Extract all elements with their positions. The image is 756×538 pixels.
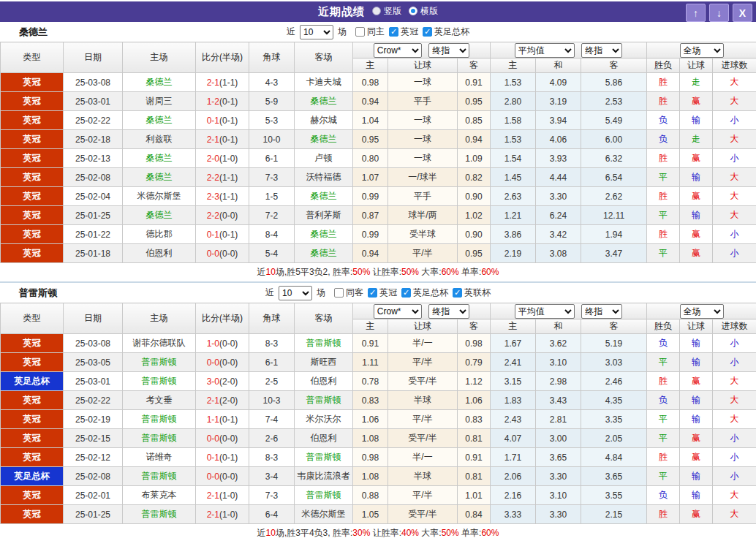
col-header-score: 比分(半场) [196,42,249,73]
result-outcome-cell: 平 [647,244,680,263]
competition-badge: 英冠 [1,149,64,168]
avg-home-cell: 3.86 [491,225,536,244]
home-team-cell: 普雷斯顿 [123,410,196,429]
checkbox-icon[interactable]: ✓ [389,27,398,37]
away-team-cell: 斯旺西 [295,353,353,372]
home-team-cell: 桑德兰 [123,149,196,168]
checkbox-icon[interactable]: ✓ [453,288,462,298]
sections-container: 桑德兰 近 10 场 同主✓英冠✓英足总杯 类型 日期 [0,22,756,538]
date-cell: 25-02-08 [64,168,123,187]
checkbox-icon[interactable] [334,288,344,298]
halftime-score: (1-0) [219,154,238,164]
away-team-cell: 韦康比流浪者 [295,467,353,486]
away-team-cell: 桑德兰 [295,92,353,111]
filter-checkbox-英足总杯[interactable]: ✓英足总杯 [420,26,469,38]
odds-away-cell: 0.90 [458,187,491,206]
col-header-corner: 角球 [249,303,295,334]
result-handicap-cell: 输 [680,467,713,486]
fulltime-score: 1-2 [207,96,219,107]
sub-col-header: 和 [536,319,581,334]
date-cell: 25-02-19 [64,410,123,429]
match-row: 英冠25-03-05普雷斯顿0-0(0-0)6-1斯旺西1.11平/半0.792… [1,353,756,372]
result-goals-cell: 大 [713,486,756,505]
fulltime-score: 0-1 [207,230,219,240]
avg-final-select[interactable]: 终指 [581,43,622,58]
avg-away-cell: 3.47 [581,244,647,263]
competition-badge: 英冠 [1,353,64,372]
score-cell: 0-0(0-0) [196,244,249,263]
competition-badge: 英足总杯 [1,467,64,486]
summary-segment: 60% [442,267,459,277]
summary-segment: 大率: [419,528,442,538]
corner-cell: 7-2 [249,206,295,225]
move-down-button[interactable]: ↓ [709,4,729,22]
result-outcome-cell: 负 [647,111,680,130]
odds-source-select[interactable]: Crow* [374,304,422,319]
away-team-cell: 赫尔城 [295,111,353,130]
result-goals-cell: 小 [713,111,756,130]
match-count-select[interactable]: 10 [279,286,312,300]
avg-home-cell: 2.06 [491,467,536,486]
date-cell: 25-02-12 [64,448,123,467]
avg-home-cell: 1.54 [491,149,536,168]
date-cell: 25-01-25 [64,505,123,524]
col-header-home: 主场 [123,303,196,334]
move-up-button[interactable]: ↑ [686,4,706,22]
away-team-cell: 桑德兰 [295,130,353,149]
radio-icon[interactable] [372,7,381,15]
filter-checkbox-英冠[interactable]: ✓英冠 [386,26,418,38]
avg-away-cell: 2.62 [581,187,647,206]
checkbox-icon[interactable]: ✓ [423,27,432,37]
result-goals-cell: 小 [713,353,756,372]
halftime-score: (0-1) [219,134,238,145]
filter-checkbox-同主[interactable]: 同主 [352,26,385,38]
odds-away-cell: 1.12 [458,372,491,391]
date-cell: 25-03-01 [64,92,123,111]
summary-segment: 让胜率: [370,267,401,277]
filter-checkbox-同客[interactable]: 同客 [331,287,363,299]
filter-checkbox-英足总杯[interactable]: ✓英足总杯 [398,287,448,299]
avg-home-cell: 2.63 [491,187,536,206]
sub-col-header: 胜负 [647,319,680,334]
avg-source-select[interactable]: 平均值 [515,43,575,58]
home-team-cell: 普雷斯顿 [123,353,196,372]
scope-select[interactable]: 全场 [680,43,724,58]
layout-radio-竖版[interactable]: 竖版 [372,5,401,18]
odds-source-select[interactable]: Crow* [374,43,422,58]
odds-final-select[interactable]: 终指 [428,43,469,58]
corner-cell: 6-1 [249,149,295,168]
page-title: 近期战绩 [318,5,365,19]
corner-cell: 3-4 [249,467,295,486]
sub-col-header: 让球 [388,319,458,334]
summary-segment: 40% [401,528,419,538]
result-outcome-cell: 平 [647,206,680,225]
layout-radio-横版[interactable]: 横版 [409,5,438,18]
filter-checkbox-英冠[interactable]: ✓英冠 [365,287,397,299]
radio-icon[interactable] [409,7,417,15]
odds-away-cell: 1.01 [458,486,491,505]
odds-home-cell: 0.87 [353,206,388,225]
match-row: 英冠25-02-13桑德兰2-0(1-0)6-1卢顿0.80一球1.091.54… [1,149,756,168]
avg-final-select[interactable]: 终指 [581,304,622,319]
checkbox-icon[interactable] [355,27,365,37]
odds-home-cell: 1.11 [353,353,388,372]
match-count-select[interactable]: 10 [300,25,333,39]
odds-home-cell: 1.08 [353,429,388,448]
halftime-score: (0-1) [219,452,238,463]
result-outcome-cell: 平 [647,410,680,429]
sub-col-header: 胜负 [647,58,680,73]
checkbox-icon[interactable]: ✓ [401,288,411,298]
team-name: 普雷斯顿 [19,287,57,300]
odds-handicap-cell: 受平/半 [388,429,458,448]
filter-checkbox-英联杯[interactable]: ✓英联杯 [450,287,491,299]
close-icon[interactable]: X [733,4,752,22]
sub-col-header: 主 [353,58,388,73]
team-section: 桑德兰 近 10 场 同主✓英冠✓英足总杯 类型 日期 [0,22,756,283]
score-cell: 2-1(1-0) [196,505,249,524]
scope-select[interactable]: 全场 [680,304,724,319]
odds-final-select[interactable]: 终指 [428,304,469,319]
checkbox-icon[interactable]: ✓ [368,288,377,298]
halftime-score: (1-1) [219,192,238,202]
sub-col-header: 客 [458,58,491,73]
avg-source-select[interactable]: 平均值 [515,304,575,319]
